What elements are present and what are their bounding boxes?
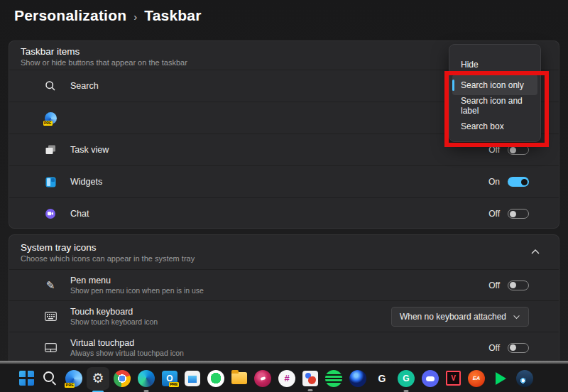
touch-keyboard-dropdown[interactable]: When no keyboard attached bbox=[391, 307, 529, 327]
virtual-touchpad-title: Virtual touchpad bbox=[70, 338, 184, 348]
touch-keyboard-icon bbox=[43, 312, 58, 321]
chat-state: Off bbox=[488, 209, 500, 219]
taskbar-spotify-icon[interactable] bbox=[325, 370, 342, 387]
breadcrumb: Personalization › Taskbar bbox=[14, 4, 202, 27]
taskbar-grammarly-icon[interactable]: G bbox=[398, 370, 415, 387]
copilot-preview-icon: PRE bbox=[43, 112, 58, 124]
taskbar-edge-icon[interactable] bbox=[138, 370, 155, 387]
os-taskbar: PRE⚙OPRE#GGVEA bbox=[0, 364, 568, 392]
taskbar-slack-icon[interactable]: # bbox=[278, 370, 295, 387]
taskbar-pink-circle-app-icon[interactable] bbox=[254, 370, 271, 387]
chat-icon bbox=[43, 208, 58, 219]
system-tray-header[interactable]: System tray icons Choose which icons can… bbox=[9, 235, 559, 269]
flyout-option-search-icon-and-label[interactable]: Search icon and label bbox=[452, 95, 537, 116]
system-tray-subtitle: Choose which icons can appear in the sys… bbox=[21, 254, 547, 263]
flyout-option-label: Hide bbox=[461, 60, 479, 70]
virtual-touchpad-icon bbox=[43, 343, 58, 352]
pen-menu-toggle[interactable] bbox=[508, 281, 529, 290]
flyout-option-hide[interactable]: Hide bbox=[452, 54, 537, 75]
taskbar-start-icon[interactable] bbox=[19, 371, 34, 386]
taskbar-google-play-games-icon[interactable] bbox=[492, 370, 509, 387]
pre-badge: PRE bbox=[43, 121, 53, 126]
taskbar-whatsapp-icon[interactable] bbox=[207, 370, 224, 387]
taskbar-chrome-icon[interactable] bbox=[114, 370, 131, 387]
task-view-toggle[interactable] bbox=[508, 145, 529, 155]
flyout-option-label: Search icon and label bbox=[461, 96, 537, 116]
touch-keyboard-dropdown-value: When no keyboard attached bbox=[400, 312, 506, 322]
chevron-down-icon bbox=[513, 314, 520, 320]
row-chat: Chat Off bbox=[9, 197, 559, 229]
system-tray-title: System tray icons bbox=[21, 242, 547, 253]
chat-toggle[interactable] bbox=[508, 209, 529, 219]
system-tray-card: System tray icons Choose which icons can… bbox=[9, 234, 559, 364]
widgets-toggle[interactable] bbox=[508, 177, 529, 187]
row-widgets-label: Widgets bbox=[70, 177, 102, 187]
row-chat-label: Chat bbox=[70, 209, 89, 219]
taskbar-outlook-icon[interactable]: OPRE bbox=[162, 371, 178, 386]
pen-menu-title: Pen menu bbox=[70, 276, 204, 285]
widgets-icon bbox=[43, 177, 58, 187]
chevron-up-icon[interactable] bbox=[530, 248, 540, 255]
breadcrumb-root[interactable]: Personalization bbox=[14, 7, 126, 24]
virtual-touchpad-subtitle: Always show virtual touchpad icon bbox=[70, 349, 184, 357]
row-search-label: Search bbox=[70, 81, 99, 91]
taskbar-settings-icon[interactable]: ⚙ bbox=[89, 370, 106, 387]
selection-accent-bar bbox=[452, 80, 454, 91]
task-view-icon bbox=[43, 145, 58, 155]
taskbar-logitech-g-icon[interactable]: G bbox=[373, 370, 390, 387]
flyout-option-label: Search icon only bbox=[461, 80, 524, 90]
flyout-option-search-box[interactable]: Search box bbox=[452, 116, 537, 136]
widgets-state: On bbox=[488, 177, 500, 187]
row-touch-keyboard: Touch keyboard Show touch keyboard icon … bbox=[9, 300, 559, 332]
taskbar-blue-orb-app-icon[interactable] bbox=[349, 370, 366, 387]
pen-menu-icon: ✎ bbox=[43, 279, 58, 292]
taskbar-nvidia-geforce-icon[interactable] bbox=[540, 370, 557, 387]
taskbar-discord-icon[interactable] bbox=[422, 370, 439, 387]
pen-menu-subtitle: Show pen menu icon when pen is in use bbox=[70, 286, 204, 295]
settings-window: Personalization › Taskbar Taskbar items … bbox=[0, 0, 568, 392]
task-view-state: Off bbox=[488, 145, 500, 155]
taskbar-valorant-icon[interactable]: V bbox=[446, 371, 461, 386]
taskbar-copilot-preview-icon[interactable]: PRE bbox=[65, 370, 82, 387]
touch-keyboard-title: Touch keyboard bbox=[70, 307, 158, 317]
taskbar-photos-icon[interactable] bbox=[302, 371, 318, 386]
row-widgets: Widgets On bbox=[9, 165, 559, 197]
flyout-option-label: Search box bbox=[461, 121, 504, 131]
flyout-option-search-icon-only[interactable]: Search icon only bbox=[452, 75, 537, 95]
taskbar-microsoft-store-icon[interactable] bbox=[185, 371, 200, 386]
search-mode-flyout: Hide Search icon only Search icon and la… bbox=[449, 44, 541, 142]
taskbar-ea-icon[interactable]: EA bbox=[468, 370, 485, 387]
virtual-touchpad-toggle[interactable] bbox=[508, 343, 529, 353]
breadcrumb-separator-icon: › bbox=[133, 9, 137, 23]
pen-menu-state: Off bbox=[488, 281, 500, 290]
row-pen-menu: ✎ Pen menu Show pen menu icon when pen i… bbox=[9, 269, 559, 300]
row-task-view-label: Task view bbox=[70, 145, 109, 155]
taskbar-file-explorer-icon[interactable] bbox=[231, 372, 247, 384]
search-icon bbox=[43, 80, 58, 92]
virtual-touchpad-state: Off bbox=[488, 343, 500, 353]
touch-keyboard-subtitle: Show touch keyboard icon bbox=[70, 317, 158, 326]
breadcrumb-current: Taskbar bbox=[144, 7, 201, 24]
row-virtual-touchpad: Virtual touchpad Always show virtual tou… bbox=[9, 332, 559, 363]
taskbar-search-icon[interactable] bbox=[41, 370, 58, 387]
taskbar-steam-icon[interactable] bbox=[516, 370, 533, 387]
